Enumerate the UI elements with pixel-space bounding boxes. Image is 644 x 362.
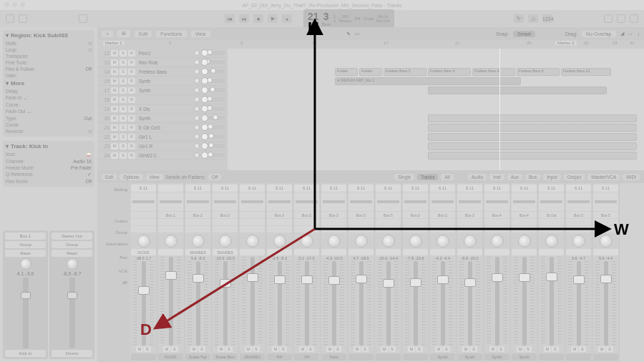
fader[interactable] — [223, 261, 228, 346]
record-button[interactable]: R — [128, 152, 135, 159]
record-button[interactable]: R — [128, 50, 135, 57]
mute-button[interactable]: M — [571, 346, 578, 352]
setting-slot[interactable]: S 11 — [267, 185, 292, 192]
volume-slider[interactable] — [201, 60, 225, 64]
solo-button[interactable]: S — [307, 346, 314, 352]
mixer-channel-strip[interactable]: S 11Bus 2-4.2 -4.4MSSynth — [429, 183, 457, 362]
mixer-channel-strip[interactable]: S 11Bus 54.7 -18.9MS — [348, 183, 375, 362]
vca-slot[interactable]: SNARES — [213, 249, 238, 255]
stop-button[interactable]: ■ — [253, 14, 263, 23]
pan-knob[interactable] — [137, 235, 150, 248]
power-icon[interactable] — [194, 124, 200, 130]
vca-slot[interactable] — [376, 249, 401, 255]
fader[interactable] — [69, 278, 75, 348]
mixer-channel-strip[interactable]: S 11Bus 2-7.8 -23.8MS — [402, 183, 429, 362]
solo-button[interactable]: S — [171, 346, 178, 352]
channel-strip[interactable]: Stereo Out Group Read -8.5-8.7 Drums — [49, 230, 94, 359]
group-slot[interactable] — [240, 219, 265, 225]
mute-button[interactable]: M — [111, 124, 118, 131]
setting-slot[interactable] — [158, 185, 183, 192]
pointer-tool-icon[interactable]: ⬉ — [346, 31, 351, 36]
fader[interactable] — [441, 261, 445, 346]
setting-slot[interactable]: S 11 — [566, 185, 591, 192]
track-header[interactable]: 21MSRE Gtr Oct1 — [97, 123, 228, 132]
output-slot[interactable]: Bus 4 — [512, 212, 537, 218]
solo-button[interactable]: S — [119, 152, 127, 159]
volume-slider[interactable] — [201, 97, 225, 102]
automation-slot[interactable] — [158, 226, 183, 233]
minimize-icon[interactable] — [12, 2, 17, 7]
track-header[interactable]: 18MSR — [97, 95, 228, 104]
automation-slot[interactable] — [240, 226, 265, 233]
vca-slot[interactable] — [593, 249, 618, 255]
zoom-icon[interactable] — [20, 2, 25, 7]
eq-thumbnail[interactable] — [403, 192, 428, 211]
automation-slot[interactable] — [131, 226, 156, 233]
functions-menu[interactable]: Functions — [156, 31, 186, 37]
solo-button[interactable]: S — [525, 346, 532, 352]
track-header[interactable]: 24MSRGtrW2 C — [97, 151, 228, 160]
vca-slot[interactable] — [430, 249, 455, 255]
power-icon[interactable] — [194, 78, 200, 84]
power-icon[interactable] — [194, 97, 200, 102]
solo-button[interactable]: S — [225, 346, 233, 352]
automation-slot[interactable] — [566, 226, 591, 233]
record-button[interactable]: ● — [282, 14, 292, 23]
output-slot[interactable]: Bus 3 — [457, 212, 482, 218]
record-button[interactable]: R — [128, 87, 135, 94]
output-slot[interactable]: Bus 3 — [321, 212, 346, 218]
automation-slot[interactable] — [267, 226, 292, 233]
solo-button[interactable]: S — [280, 346, 287, 352]
power-icon[interactable] — [194, 143, 200, 149]
track-header[interactable]: 17MSRSynth — [97, 86, 228, 95]
output-slot[interactable]: Bus 3 — [294, 212, 319, 218]
output-slot[interactable]: Bus 1 — [158, 212, 183, 218]
volume-slider[interactable] — [201, 116, 225, 120]
output-slot[interactable]: St Out — [539, 212, 564, 218]
setting-slot[interactable]: S 11 — [294, 185, 319, 192]
solo-button[interactable]: S — [334, 346, 341, 352]
group-slot[interactable] — [348, 219, 374, 225]
solo-button[interactable]: S — [389, 346, 396, 352]
eq-thumbnail[interactable] — [376, 192, 401, 211]
mute-button[interactable]: M — [111, 143, 118, 150]
pan-knob[interactable] — [273, 235, 286, 248]
solo-button[interactable]: S — [119, 134, 127, 140]
group-slot[interactable] — [294, 219, 319, 225]
solo-button[interactable]: S — [119, 59, 127, 66]
eq-thumbnail[interactable] — [430, 192, 455, 211]
automation-slot[interactable] — [376, 226, 401, 233]
solo-button[interactable]: S — [579, 346, 586, 352]
track-header[interactable]: 12MSRPerc1 — [97, 49, 228, 58]
setting-slot[interactable]: S 11 — [376, 185, 401, 192]
automation-slot[interactable] — [185, 226, 210, 233]
output-slot[interactable]: Bus 2 — [403, 212, 428, 218]
solo-button[interactable]: S — [119, 97, 127, 103]
mixer-channel-strip[interactable]: S 11Bus 30.1 -17.5MSOH — [293, 183, 321, 362]
marker[interactable]: Marker 2 — [555, 41, 577, 45]
zoom-v-icon[interactable]: ↕ — [638, 31, 640, 36]
fader[interactable] — [278, 261, 282, 346]
fader[interactable] — [414, 261, 418, 346]
mixer-channel-strip[interactable]: S 11Bus 3-4.3 -10.0MSToms — [321, 183, 348, 362]
output-slot[interactable]: Bus 5 — [566, 212, 591, 218]
pan-knob[interactable] — [20, 258, 31, 270]
mixer-channel-strip[interactable]: S 11 MSSNARES — [239, 183, 266, 362]
waveform-zoom-icon[interactable]: ◢ — [620, 31, 624, 36]
metronome-button[interactable]: △ — [528, 14, 538, 23]
power-icon[interactable] — [194, 106, 200, 112]
mute-button[interactable]: M — [163, 346, 170, 352]
solo-button[interactable]: S — [253, 346, 260, 352]
view-menu[interactable]: View — [191, 31, 210, 37]
group-slot[interactable] — [158, 219, 183, 225]
pan-knob[interactable] — [409, 235, 422, 248]
drum-icon[interactable]: 🥁 — [86, 152, 92, 157]
vca-slot[interactable] — [566, 249, 591, 255]
setting-slot[interactable]: S 11 — [185, 185, 210, 192]
fader[interactable] — [468, 261, 472, 346]
mute-button[interactable]: M — [353, 346, 361, 352]
mute-button[interactable]: M — [111, 69, 118, 75]
record-button[interactable]: R — [128, 106, 135, 112]
solo-button[interactable]: S — [119, 124, 127, 131]
midi-region[interactable]: ● SERUM ARP_bip.1 — [335, 77, 521, 85]
